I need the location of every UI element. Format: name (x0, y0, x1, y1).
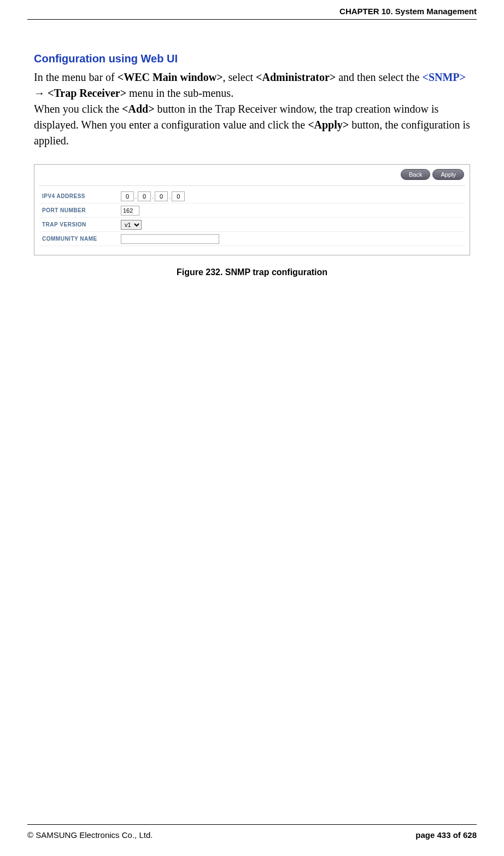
paragraph-2: When you click the <Add> button in the T… (34, 101, 470, 149)
label-version: TRAP VERSION (39, 222, 121, 228)
paragraph-1: In the menu bar of <WEC Main window>, se… (34, 69, 470, 101)
section-heading: Configuration using Web UI (34, 53, 470, 65)
ipv4-octet-4[interactable] (172, 191, 185, 201)
row-version: TRAP VERSION v1 (39, 218, 465, 232)
page-header: CHAPTER 10. System Management (27, 0, 477, 20)
label-ipv4: IPV4 ADDRESS (39, 193, 121, 199)
apply-button[interactable]: Apply (432, 169, 464, 180)
ipv4-octet-1[interactable] (121, 191, 134, 201)
content-area: Configuration using Web UI In the menu b… (27, 20, 477, 824)
dot-icon: . (135, 193, 137, 200)
row-ipv4: IPV4 ADDRESS . . . (39, 189, 465, 203)
port-input[interactable] (121, 206, 139, 216)
page-number: page 433 of 628 (415, 830, 477, 840)
ipv4-octet-3[interactable] (155, 191, 168, 201)
figure-toolbar: Back Apply (39, 168, 465, 186)
dot-icon: . (169, 193, 171, 200)
community-input[interactable] (121, 234, 219, 244)
back-button[interactable]: Back (401, 169, 430, 180)
dot-icon: . (152, 193, 154, 200)
page-footer: © SAMSUNG Electronics Co., Ltd. page 433… (27, 824, 477, 856)
ipv4-octet-2[interactable] (138, 191, 151, 201)
row-port: PORT NUMBER (39, 203, 465, 218)
version-select[interactable]: v1 (121, 220, 142, 230)
chapter-title: CHAPTER 10. System Management (339, 7, 477, 16)
figure-caption: Figure 232. SNMP trap configuration (34, 267, 470, 277)
value-ipv4: . . . (121, 191, 185, 201)
screenshot-figure: Back Apply IPV4 ADDRESS . . . PORT NUMBE… (34, 164, 470, 255)
label-port: PORT NUMBER (39, 207, 121, 213)
row-community: COMMUNITY NAME (39, 232, 465, 246)
copyright-text: © SAMSUNG Electronics Co., Ltd. (27, 830, 153, 840)
label-community: COMMUNITY NAME (39, 236, 121, 242)
